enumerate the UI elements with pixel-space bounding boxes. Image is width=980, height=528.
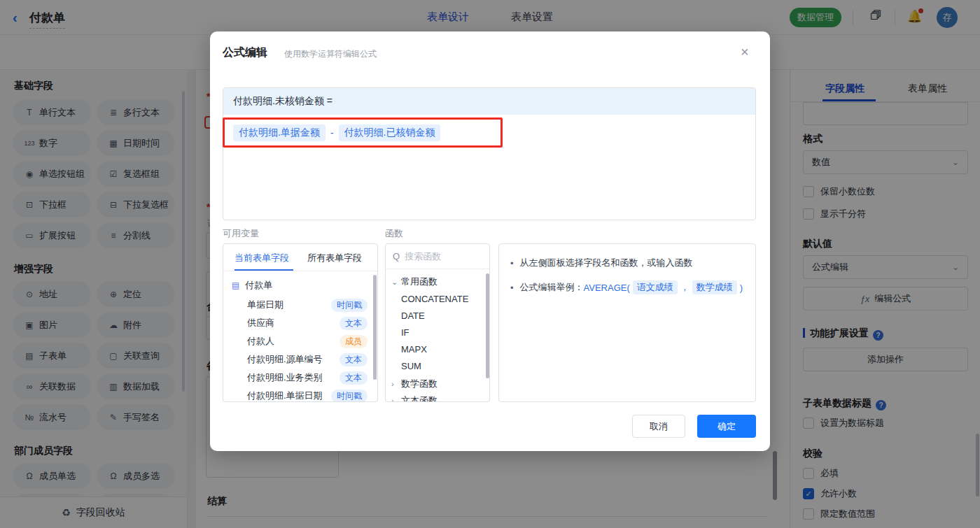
function-item[interactable]: MAPX [386, 341, 490, 357]
variables-scrollbar[interactable] [373, 275, 377, 380]
function-group-text[interactable]: ›文本函数 [386, 392, 490, 402]
example-chip: 数学成绩 [692, 280, 737, 294]
variable-row[interactable]: 供应商文本 [223, 314, 378, 332]
variables-panel: 当前表单字段 所有表单字段 ▤付款单 单据日期时间戳 供应商文本 付款人成员 付… [223, 243, 378, 402]
cancel-button[interactable]: 取消 [632, 415, 685, 438]
help-line-1: •从左侧面板选择字段名和函数，或输入函数 [510, 257, 744, 269]
chevron-right-icon: › [391, 380, 401, 388]
modal-subtitle: 使用数学运算符编辑公式 [284, 48, 377, 60]
functions-label: 函数 [385, 227, 403, 240]
type-badge: 时间戳 [331, 390, 368, 403]
annotation-red-box [223, 117, 503, 148]
function-item[interactable]: CONCATENATE [386, 290, 490, 307]
function-item[interactable]: SUM [386, 357, 490, 374]
formula-editor[interactable]: 付款明细.未核销金额 = 付款明细.单据金额 - 付款明细.已核销金额 [223, 87, 756, 220]
chevron-right-icon: › [391, 397, 401, 402]
example-chip: 语文成绩 [633, 280, 678, 294]
divider [223, 271, 378, 271]
type-badge: 文本 [340, 353, 368, 366]
functions-panel: Q搜索函数 ⌄常用函数 CONCATENATE DATE IF MAPX SUM… [385, 243, 490, 402]
function-item[interactable]: IF [386, 324, 490, 341]
function-group-common[interactable]: ⌄常用函数 [386, 273, 490, 290]
help-panel: •从左侧面板选择字段名和函数，或输入函数 •公式编辑举例：AVERAGE(语文成… [498, 243, 756, 402]
function-item[interactable]: DATE [386, 307, 490, 324]
type-badge: 文本 [340, 371, 368, 385]
help-line-2: •公式编辑举例：AVERAGE(语文成绩，数学成绩) [510, 280, 744, 294]
formula-target: 付款明细.未核销金额 = [223, 88, 755, 115]
type-badge: 时间戳 [331, 299, 368, 312]
chevron-down-icon: ⌄ [391, 278, 401, 287]
tab-all-form-fields[interactable]: 所有表单字段 [307, 252, 362, 264]
variable-row[interactable]: 付款明细.源单编号文本 [223, 350, 378, 369]
form-doc-icon: ▤ [232, 280, 239, 290]
confirm-button[interactable]: 确定 [697, 415, 756, 438]
close-icon[interactable]: × [741, 44, 749, 60]
formula-edit-modal: 公式编辑 使用数学运算符编辑公式 × 付款明细.未核销金额 = 付款明细.单据金… [210, 31, 770, 451]
variable-row[interactable]: 单据日期时间戳 [223, 296, 378, 314]
variable-row[interactable]: 付款人成员 [223, 332, 378, 350]
functions-scrollbar[interactable] [486, 273, 489, 378]
type-badge: 成员 [340, 335, 368, 348]
variable-row[interactable]: 付款明细.业务类别文本 [223, 369, 378, 387]
type-badge: 文本 [340, 317, 368, 330]
tab-current-form-fields[interactable]: 当前表单字段 [234, 252, 289, 264]
variable-row[interactable]: 付款明细.单据日期时间戳 [223, 387, 378, 402]
tree-root-form[interactable]: ▤付款单 [223, 276, 378, 294]
variables-label: 可用变量 [223, 227, 259, 240]
modal-title: 公式编辑 [223, 45, 267, 60]
function-search-input[interactable]: Q搜索函数 [386, 244, 490, 269]
search-icon: Q [393, 251, 400, 262]
function-group-math[interactable]: ›数学函数 [386, 376, 490, 392]
